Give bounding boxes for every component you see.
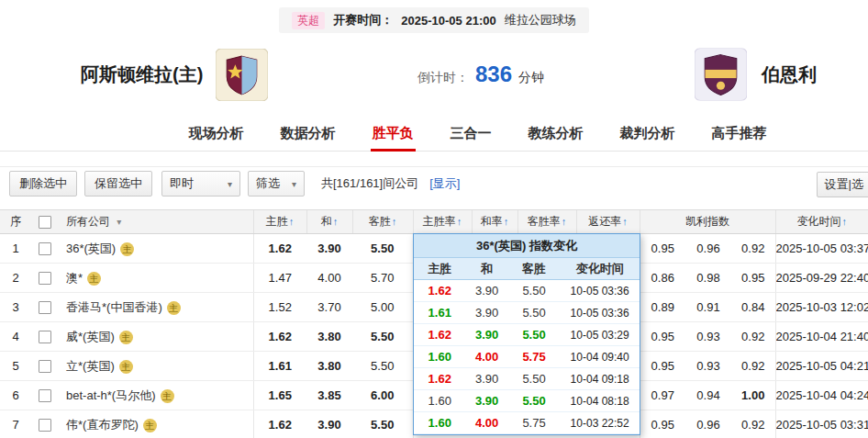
company-cell[interactable]: bet-at-h*(马尔他)主 xyxy=(59,381,253,410)
venue-name: 维拉公园球场 xyxy=(505,12,576,28)
company-name: 澳* xyxy=(66,271,83,285)
col-draw-rate[interactable]: 和率↑ xyxy=(472,210,517,234)
time-mode-select[interactable]: 即时 ▾ xyxy=(161,171,240,197)
kelly-index-cell: 1.00 xyxy=(731,381,775,410)
row-checkbox[interactable] xyxy=(39,331,51,343)
popup-change-time: 10-05 03:36 xyxy=(560,302,640,324)
change-time-cell: 2025-09-29 22:40 xyxy=(775,264,868,293)
col-company-label: 所有公司 xyxy=(66,215,110,228)
sort-up-icon: ↑ xyxy=(562,216,567,227)
company-cell[interactable]: 36*(英国)主 xyxy=(59,234,253,264)
row-index: 6 xyxy=(0,381,31,410)
settings-button[interactable]: 设置|选 xyxy=(817,172,868,197)
popup-draw-odds: 3.90 xyxy=(465,324,507,346)
tab-live-analysis[interactable]: 现场分析 xyxy=(189,116,244,151)
row-checkbox[interactable] xyxy=(39,272,51,285)
col-change-time[interactable]: 变化时间↑ xyxy=(775,210,868,234)
odds-page: 英超 开赛时间： 2025-10-05 21:00 维拉公园球场 阿斯顿维拉(主… xyxy=(0,0,868,438)
sort-up-icon: ↑ xyxy=(392,216,397,227)
filter-select[interactable]: 筛选 ▾ xyxy=(248,171,305,197)
kelly-index-cell: 0.95 xyxy=(640,410,685,438)
chevron-down-icon: ▾ xyxy=(292,179,296,189)
popup-away-odds: 5.50 xyxy=(508,324,560,346)
tab-data-analysis[interactable]: 数据分析 xyxy=(281,116,336,151)
select-all-checkbox[interactable] xyxy=(39,216,51,229)
col-draw-label: 和 xyxy=(321,215,332,228)
row-checkbox[interactable] xyxy=(39,360,51,373)
countdown-value: 836 xyxy=(475,62,512,87)
popup-row: 1.623.905.5010-05 03:29 xyxy=(414,324,640,346)
delete-selected-button[interactable]: 删除选中 xyxy=(9,171,77,197)
kelly-index-cell: 0.92 xyxy=(731,322,775,352)
company-cell[interactable]: 立*(英国)主 xyxy=(59,352,253,381)
tab-referee-analysis[interactable]: 裁判分析 xyxy=(620,116,675,151)
company-name: 立*(英国) xyxy=(66,359,115,373)
row-checkbox-cell xyxy=(31,264,59,293)
popup-draw-odds: 3.90 xyxy=(465,390,507,412)
col-home-rate[interactable]: 主胜率↑ xyxy=(413,210,472,234)
keep-selected-button[interactable]: 保留选中 xyxy=(84,171,152,197)
tab-expert-recommend[interactable]: 高手推荐 xyxy=(712,116,767,151)
company-cell[interactable]: 香港马*(中国香港)主 xyxy=(59,293,253,322)
kelly-index-cell: 0.92 xyxy=(731,234,775,264)
company-cell[interactable]: 澳*主 xyxy=(59,264,253,293)
company-filter-dropdown-icon[interactable]: ▾ xyxy=(117,217,121,227)
col-kelly-index: 凯利指数 xyxy=(640,210,775,234)
col-home-odds[interactable]: 主胜↑ xyxy=(253,210,306,234)
row-checkbox[interactable] xyxy=(39,389,51,402)
kelly-index-cell: 0.92 xyxy=(731,352,775,381)
col-company[interactable]: 所有公司 ▾ xyxy=(59,210,253,234)
popup-home-odds: 1.61 xyxy=(414,302,465,324)
away-odds-cell: 5.50 xyxy=(352,352,413,381)
col-return-rate[interactable]: 返还率↑ xyxy=(576,210,640,234)
toolbar: 删除选中 保留选中 即时 ▾ 筛选 ▾ 共[161/161]间公司 [显示] 设… xyxy=(0,166,868,200)
tab-coach-analysis[interactable]: 教练分析 xyxy=(529,116,584,151)
popup-change-time: 10-03 22:52 xyxy=(560,412,640,434)
filter-value: 筛选 xyxy=(256,175,280,192)
row-index: 5 xyxy=(0,352,31,381)
company-name: bet-at-h*(马尔他) xyxy=(66,388,156,402)
company-cell[interactable]: 威*(英国)主 xyxy=(59,322,253,352)
kickoff-time: 2025-10-05 21:00 xyxy=(401,14,495,28)
league-badge[interactable]: 英超 xyxy=(292,12,325,29)
draw-odds-cell: 3.85 xyxy=(306,381,352,410)
home-odds-cell: 1.62 xyxy=(253,234,306,264)
draw-odds-cell: 3.80 xyxy=(306,352,352,381)
company-name: 伟*(直布罗陀) xyxy=(66,418,139,432)
popup-away-odds: 5.75 xyxy=(508,412,560,434)
col-away-odds[interactable]: 客胜↑ xyxy=(352,210,413,234)
popup-col-draw: 和 xyxy=(465,258,507,280)
popup-col-away: 客胜 xyxy=(508,258,560,280)
kelly-index-cell: 0.96 xyxy=(685,410,731,438)
tab-win-draw-lose[interactable]: 胜平负 xyxy=(373,116,414,151)
row-checkbox[interactable] xyxy=(39,419,51,432)
company-cell[interactable]: 伟*(直布罗陀)主 xyxy=(59,410,253,438)
col-return-rate-label: 返还率 xyxy=(588,215,621,228)
row-checkbox[interactable] xyxy=(39,301,51,314)
show-link[interactable]: [显示] xyxy=(429,175,460,192)
tab-three-in-one[interactable]: 三合一 xyxy=(451,116,492,151)
popup-draw-odds: 3.90 xyxy=(465,280,507,302)
row-index: 4 xyxy=(0,322,31,352)
popup-change-time: 10-04 09:18 xyxy=(560,368,640,390)
draw-odds-cell: 3.80 xyxy=(306,322,352,352)
popup-home-odds: 1.60 xyxy=(414,346,465,368)
match-info-box: 英超 开赛时间： 2025-10-05 21:00 维拉公园球场 xyxy=(279,7,588,33)
countdown-label: 倒计时： xyxy=(417,70,469,86)
change-time-cell: 2025-10-03 12:02 xyxy=(775,293,868,322)
popup-col-home: 主胜 xyxy=(414,258,465,280)
table-header-row: 序 所有公司 ▾ 主胜↑ 和↑ 客胜↑ 主胜率↑ 和率↑ 客胜率↑ 返还率↑ 凯… xyxy=(0,210,868,234)
row-checkbox[interactable] xyxy=(39,242,51,255)
col-away-rate[interactable]: 客胜率↑ xyxy=(517,210,576,234)
teams-row: 阿斯顿维拉(主) 倒计时： 836 分钟 伯恩利 xyxy=(0,40,868,108)
row-index: 3 xyxy=(0,293,31,322)
change-time-cell: 2025-10-04 21:40 xyxy=(775,322,868,352)
kelly-index-cell: 0.95 xyxy=(640,352,685,381)
col-draw-odds[interactable]: 和↑ xyxy=(306,210,352,234)
time-mode-value: 即时 xyxy=(170,175,194,192)
home-odds-cell: 1.52 xyxy=(253,293,306,322)
popup-col-time: 变化时间 xyxy=(560,258,640,280)
popup-away-odds: 5.75 xyxy=(508,346,560,368)
away-team-name: 伯恩利 xyxy=(762,62,817,87)
sort-up-icon: ↑ xyxy=(457,216,462,227)
